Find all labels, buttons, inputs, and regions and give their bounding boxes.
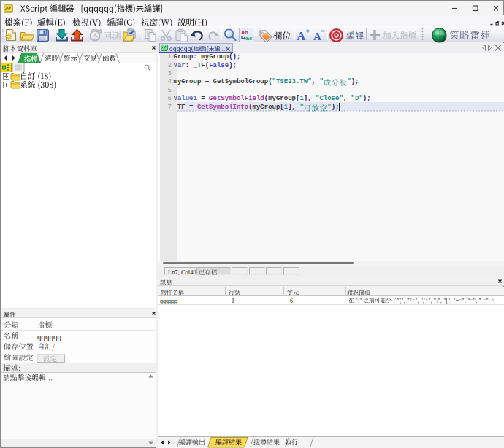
svg-text:ac: ac (246, 35, 253, 42)
svg-text:A: A (313, 31, 321, 42)
svg-text:A: A (297, 29, 306, 42)
